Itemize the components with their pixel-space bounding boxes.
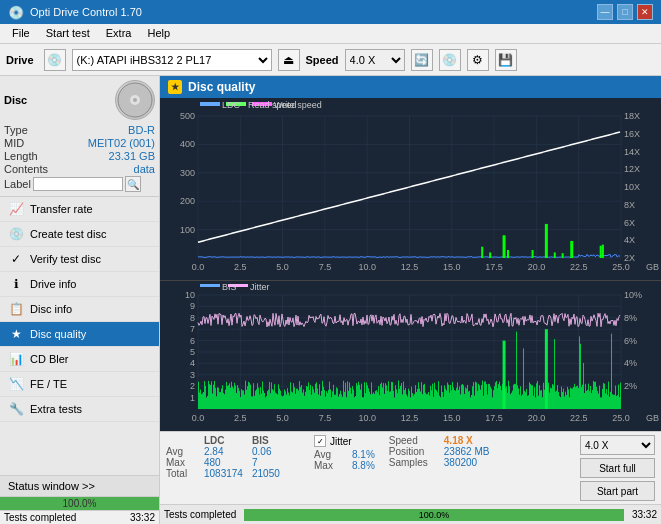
- status-time: 33:32: [130, 512, 155, 523]
- max-label: Max: [166, 457, 204, 468]
- disc-contents-row: Contents data: [4, 163, 155, 175]
- sidebar-item-label: Transfer rate: [30, 203, 93, 215]
- main-layout: Disc Type BD-R MID MEIT02 (001) Length: [0, 76, 661, 524]
- disc-quality-icon: ★: [8, 326, 24, 342]
- bis-header: BIS: [252, 435, 300, 446]
- menu-extra[interactable]: Extra: [98, 26, 140, 41]
- total-label: Total: [166, 468, 204, 479]
- start-part-button[interactable]: Start part: [580, 481, 655, 501]
- fe-te-icon: 📉: [8, 376, 24, 392]
- disc-length-row: Length 23.31 GB: [4, 150, 155, 162]
- disc-panel-title: Disc: [4, 94, 27, 106]
- status-window-button[interactable]: Status window >>: [0, 475, 159, 496]
- drive-info-icon: ℹ: [8, 276, 24, 292]
- sidebar-status: Tests completed 33:32: [0, 510, 159, 524]
- position-value: 23862 MB: [444, 446, 490, 457]
- sidebar-item-drive-info[interactable]: ℹ Drive info: [0, 272, 159, 297]
- sidebar-progress-bar: 100.0%: [0, 496, 159, 510]
- extra-tests-icon: 🔧: [8, 401, 24, 417]
- eject-button[interactable]: ⏏: [278, 49, 300, 71]
- sidebar-item-disc-info[interactable]: 📋 Disc info: [0, 297, 159, 322]
- title-bar-controls: — □ ✕: [597, 4, 653, 20]
- sidebar-item-label: Disc quality: [30, 328, 86, 340]
- sidebar-item-label: FE / TE: [30, 378, 67, 390]
- speed-select[interactable]: 4.0 X: [345, 49, 405, 71]
- create-test-disc-icon: 💿: [8, 226, 24, 242]
- bottom-time: 33:32: [632, 509, 657, 520]
- speed-section: Speed 4.18 X Position 23862 MB Samples 3…: [389, 435, 490, 468]
- drive-icon-btn[interactable]: 💿: [44, 49, 66, 71]
- sidebar-item-transfer-rate[interactable]: 📈 Transfer rate: [0, 197, 159, 222]
- bis-max: 7: [252, 457, 300, 468]
- samples-label: Samples: [389, 457, 444, 468]
- stats-panel: LDC BIS Avg 2.84 0.06 Max 480 7 Total: [160, 431, 661, 504]
- maximize-button[interactable]: □: [617, 4, 633, 20]
- transfer-rate-icon: 📈: [8, 201, 24, 217]
- title-bar: 💿 Opti Drive Control 1.70 — □ ✕: [0, 0, 661, 24]
- disc-label-btn[interactable]: 🔍: [125, 176, 141, 192]
- jitter-checkbox[interactable]: ✓: [314, 435, 326, 447]
- disc-label-input[interactable]: [33, 177, 123, 191]
- sidebar-item-verify-test-disc[interactable]: ✓ Verify test disc: [0, 247, 159, 272]
- sidebar-item-create-test-disc[interactable]: 💿 Create test disc: [0, 222, 159, 247]
- chart-top: [160, 98, 661, 281]
- save-button[interactable]: 💾: [495, 49, 517, 71]
- cd-bler-icon: 📊: [8, 351, 24, 367]
- ldc-avg: 2.84: [204, 446, 252, 457]
- status-text: Tests completed: [4, 512, 76, 523]
- disc-mid-label: MID: [4, 137, 24, 149]
- speed-label: Speed: [306, 54, 339, 66]
- minimize-button[interactable]: —: [597, 4, 613, 20]
- sidebar: Disc Type BD-R MID MEIT02 (001) Length: [0, 76, 160, 524]
- jitter-max: 8.8%: [352, 460, 375, 471]
- samples-value: 380200: [444, 457, 490, 468]
- sidebar-item-disc-quality[interactable]: ★ Disc quality: [0, 322, 159, 347]
- jitter-max-label: Max: [314, 460, 352, 471]
- bis-total: 21050: [252, 468, 300, 479]
- app-title: Opti Drive Control 1.70: [30, 6, 142, 18]
- verify-test-disc-icon: ✓: [8, 251, 24, 267]
- menu-help[interactable]: Help: [139, 26, 178, 41]
- menu-file[interactable]: File: [4, 26, 38, 41]
- ldc-max: 480: [204, 457, 252, 468]
- refresh-button[interactable]: 🔄: [411, 49, 433, 71]
- sidebar-item-fe-te[interactable]: 📉 FE / TE: [0, 372, 159, 397]
- sidebar-item-label: Create test disc: [30, 228, 106, 240]
- menu-bar: File Start test Extra Help: [0, 24, 661, 44]
- disc-panel-header: Disc: [4, 80, 155, 120]
- bottom-progress-bar: 100.0%: [244, 509, 624, 521]
- drive-label: Drive: [6, 54, 34, 66]
- disc-quality-header: ★ Disc quality: [160, 76, 661, 98]
- disc-button[interactable]: 💿: [439, 49, 461, 71]
- charts-container: [160, 98, 661, 431]
- ldc-header: LDC: [204, 435, 252, 446]
- position-label: Position: [389, 446, 444, 457]
- menu-start-test[interactable]: Start test: [38, 26, 98, 41]
- bottom-status-text: Tests completed: [164, 509, 236, 520]
- disc-type-row: Type BD-R: [4, 124, 155, 136]
- disc-label-label: Label: [4, 178, 31, 190]
- sidebar-item-label: CD Bler: [30, 353, 69, 365]
- disc-info-icon: 📋: [8, 301, 24, 317]
- start-full-button[interactable]: Start full: [580, 458, 655, 478]
- sidebar-item-label: Disc info: [30, 303, 72, 315]
- disc-contents-value: data: [134, 163, 155, 175]
- dq-header-icon: ★: [168, 80, 182, 94]
- stats-speed-select[interactable]: 4.0 X: [580, 435, 655, 455]
- close-button[interactable]: ✕: [637, 4, 653, 20]
- jitter-label: Jitter: [330, 436, 352, 447]
- nav-items: 📈 Transfer rate 💿 Create test disc ✓ Ver…: [0, 197, 159, 475]
- jitter-avg: 8.1%: [352, 449, 375, 460]
- status-window-label: Status window >>: [8, 480, 95, 492]
- sidebar-item-cd-bler[interactable]: 📊 CD Bler: [0, 347, 159, 372]
- jitter-avg-label: Avg: [314, 449, 352, 460]
- disc-length-label: Length: [4, 150, 38, 162]
- sidebar-progress-text: 100.0%: [0, 497, 159, 510]
- top-chart-canvas: [160, 98, 661, 280]
- toolbar: Drive 💿 (K:) ATAPI iHBS312 2 PL17 ⏏ Spee…: [0, 44, 661, 76]
- sidebar-item-extra-tests[interactable]: 🔧 Extra tests: [0, 397, 159, 422]
- settings-button[interactable]: ⚙: [467, 49, 489, 71]
- disc-type-label: Type: [4, 124, 28, 136]
- drive-select[interactable]: (K:) ATAPI iHBS312 2 PL17: [72, 49, 272, 71]
- disc-icon: [115, 80, 155, 120]
